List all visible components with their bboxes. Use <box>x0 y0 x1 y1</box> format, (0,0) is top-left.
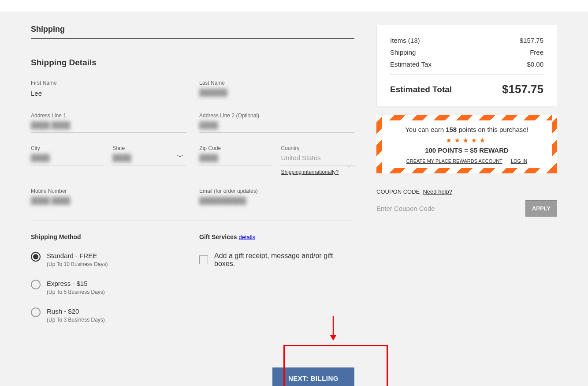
summary-shipping-value: Free <box>530 49 543 56</box>
summary-shipping-label: Shipping <box>390 49 416 56</box>
radio-icon <box>31 252 41 262</box>
gift-receipt-checkbox[interactable]: Add a gift receipt, message and/or gift … <box>199 252 354 268</box>
radio-icon <box>31 307 41 317</box>
first-name-label: First Name <box>31 80 186 86</box>
shipping-option-label: Express - $15 <box>47 280 105 287</box>
shipping-option-sub: (Up To 5 Business Days) <box>47 289 105 295</box>
summary-tax-value: $0.00 <box>527 60 543 68</box>
last-name-field[interactable]: ██████ <box>199 89 354 100</box>
order-summary-card: Items (13) $157.75 Shipping Free Estimat… <box>376 25 557 106</box>
mobile-field[interactable]: ████ ████ <box>31 197 186 208</box>
shipping-option-express[interactable]: Express - $15 (Up To 5 Business Days) <box>31 280 186 295</box>
shipping-option-label: Standard - FREE <box>47 252 108 259</box>
coupon-code-input[interactable] <box>376 202 521 215</box>
email-field[interactable]: ██████████ <box>199 197 354 208</box>
shipping-option-standard[interactable]: Standard - FREE (Up To 10 Business Days) <box>31 252 186 267</box>
zip-field[interactable]: ████ <box>199 154 273 165</box>
rewards-card: You can earn 158 points on this purchase… <box>376 115 557 173</box>
address1-label: Address Line 1 <box>31 112 186 119</box>
next-billing-button[interactable]: NEXT: BILLING <box>272 367 354 386</box>
shipping-option-sub: (Up To 3 Business Days) <box>47 317 105 323</box>
country-label: Country <box>281 145 354 151</box>
shipping-international-link[interactable]: Shipping internationally? <box>281 169 339 175</box>
state-select[interactable]: ████ <box>112 154 186 165</box>
summary-items-label: Items (13) <box>390 37 420 44</box>
coupon-code-label: COUPON CODE <box>376 188 420 195</box>
shipping-option-rush[interactable]: Rush - $20 (Up To 3 Business Days) <box>31 307 186 323</box>
svg-marker-1 <box>330 335 336 341</box>
last-name-label: Last Name <box>199 80 354 86</box>
summary-total-label: Estimated Total <box>390 85 452 94</box>
apply-coupon-button[interactable]: APPLY <box>525 200 557 217</box>
shipping-details-heading: Shipping Details <box>31 58 354 67</box>
login-link[interactable]: LOG IN <box>511 158 527 164</box>
city-field[interactable]: ████ <box>31 154 104 165</box>
divider <box>31 221 354 221</box>
first-name-field[interactable] <box>31 89 186 100</box>
checkbox-icon <box>199 255 208 264</box>
shipping-option-sub: (Up To 10 Business Days) <box>47 261 108 267</box>
mobile-label: Mobile Number <box>31 188 186 194</box>
zip-label: Zip Code <box>199 145 273 151</box>
coupon-help-link[interactable]: Need help? <box>423 188 452 195</box>
email-label: Email (for order updates) <box>199 188 354 194</box>
country-select[interactable]: United States <box>281 154 354 165</box>
address2-label: Address Line 2 (Optional) <box>199 112 354 119</box>
summary-items-value: $157.75 <box>520 37 543 44</box>
section-title: Shipping <box>31 25 354 39</box>
city-label: City <box>31 145 104 151</box>
gift-services-heading: Gift Services details <box>199 233 354 240</box>
radio-icon <box>31 280 41 289</box>
summary-total-value: $157.75 <box>502 82 543 96</box>
rewards-earn-text: You can earn 158 points on this purchase… <box>388 126 546 133</box>
create-rewards-account-link[interactable]: CREATE MY PLACE REWARDS ACCOUNT <box>406 158 502 164</box>
address2-field[interactable]: ████ <box>199 121 354 133</box>
gift-details-link[interactable]: details <box>239 234 256 240</box>
divider <box>390 74 543 75</box>
star-icons: ★★★★★ <box>388 137 546 144</box>
rewards-rate-text: 100 POINTS = $5 REWARD <box>388 146 546 154</box>
address1-field[interactable]: ████ ████ <box>31 121 186 133</box>
shipping-option-label: Rush - $20 <box>47 307 105 315</box>
shipping-method-heading: Shipping Method <box>31 233 186 240</box>
gift-receipt-label: Add a gift receipt, message and/or gift … <box>214 252 354 268</box>
summary-tax-label: Estimated Tax <box>390 60 432 68</box>
state-label: State <box>112 145 186 151</box>
